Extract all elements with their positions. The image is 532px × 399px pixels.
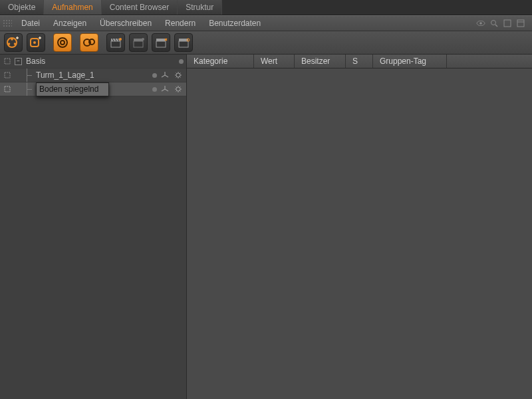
menubar: Datei Anzeigen Überschreiben Rendern Ben… bbox=[0, 15, 532, 31]
menu-benutzerdaten[interactable]: Benutzerdaten bbox=[202, 16, 267, 31]
svg-rect-30 bbox=[5, 59, 10, 64]
rename-input[interactable]: Boden spiegelnd bbox=[36, 82, 109, 96]
svg-line-2 bbox=[495, 25, 497, 27]
main-area: − Basis Turm_1_Lage_1 bbox=[0, 55, 532, 399]
row-focus-icon bbox=[3, 72, 12, 78]
svg-point-0 bbox=[479, 22, 482, 25]
tree-row-basis[interactable]: − Basis bbox=[0, 55, 186, 68]
tree-row-turm[interactable]: Turm_1_Lage_1 bbox=[0, 68, 186, 82]
tree-branch-icon bbox=[24, 82, 33, 96]
col-spacer bbox=[447, 55, 532, 68]
col-gruppen-tag[interactable]: Gruppen-Tag bbox=[373, 55, 447, 68]
tool-clap-2[interactable] bbox=[129, 33, 148, 52]
window-split-icon[interactable] bbox=[516, 19, 525, 28]
menu-rendern[interactable]: Rendern bbox=[158, 16, 202, 31]
search-icon[interactable] bbox=[489, 19, 499, 28]
tree-branch-icon bbox=[24, 68, 33, 82]
col-s[interactable]: S bbox=[346, 55, 373, 68]
status-dot-icon bbox=[152, 73, 157, 78]
tool-clap-1[interactable] bbox=[106, 33, 125, 52]
panel-tabs: Objekte Aufnahmen Content Browser Strukt… bbox=[0, 0, 532, 15]
property-grid: Kategorie Wert Besitzer S Gruppen-Tag bbox=[187, 55, 532, 399]
tab-objekte[interactable]: Objekte bbox=[0, 0, 44, 15]
svg-point-8 bbox=[14, 43, 17, 45]
grid-body[interactable] bbox=[187, 68, 532, 399]
svg-point-12 bbox=[58, 38, 67, 47]
col-kategorie[interactable]: Kategorie bbox=[187, 55, 254, 68]
row-focus-icon bbox=[3, 58, 12, 65]
tab-content-browser[interactable]: Content Browser bbox=[102, 0, 178, 15]
tool-reel-plus-1[interactable] bbox=[4, 33, 23, 52]
tree-label-turm: Turm_1_Lage_1 bbox=[36, 70, 150, 80]
status-dot-icon bbox=[152, 87, 157, 92]
window-box-icon[interactable] bbox=[503, 19, 512, 28]
tree-row-editing[interactable]: Boden spiegelnd bbox=[0, 82, 186, 96]
svg-point-21 bbox=[119, 38, 122, 41]
svg-rect-26 bbox=[156, 39, 166, 41]
svg-point-7 bbox=[11, 38, 13, 41]
tool-target-orange[interactable] bbox=[53, 33, 72, 52]
svg-rect-31 bbox=[5, 72, 10, 78]
svg-point-11 bbox=[33, 41, 36, 44]
svg-rect-4 bbox=[517, 20, 524, 27]
tool-clap-4[interactable] bbox=[174, 33, 193, 52]
svg-rect-33 bbox=[5, 86, 10, 92]
grip-handle[interactable] bbox=[3, 19, 12, 27]
svg-rect-22 bbox=[134, 41, 143, 47]
toolbar bbox=[0, 31, 532, 55]
tool-clap-3[interactable] bbox=[152, 33, 170, 52]
gear-icon[interactable] bbox=[173, 84, 184, 94]
svg-rect-23 bbox=[134, 39, 143, 41]
tab-struktur[interactable]: Struktur bbox=[178, 0, 222, 15]
tool-reel-plus-2[interactable] bbox=[27, 33, 45, 52]
svg-point-24 bbox=[142, 38, 144, 41]
status-dot-icon bbox=[179, 59, 184, 64]
col-wert[interactable]: Wert bbox=[254, 55, 295, 68]
axis-icon[interactable] bbox=[160, 70, 170, 80]
svg-rect-27 bbox=[179, 41, 188, 47]
svg-rect-25 bbox=[156, 41, 166, 47]
grid-header: Kategorie Wert Besitzer S Gruppen-Tag bbox=[187, 55, 532, 68]
tab-aufnahmen[interactable]: Aufnahmen bbox=[44, 0, 101, 15]
svg-rect-16 bbox=[111, 41, 120, 47]
menu-anzeigen[interactable]: Anzeigen bbox=[47, 16, 93, 31]
eye-icon[interactable] bbox=[476, 19, 485, 28]
take-tree: − Basis Turm_1_Lage_1 bbox=[0, 55, 187, 399]
menu-ueberschreiben[interactable]: Überschreiben bbox=[93, 16, 158, 31]
row-focus-icon bbox=[3, 86, 12, 92]
col-besitzer[interactable]: Besitzer bbox=[295, 55, 346, 68]
axis-icon[interactable] bbox=[160, 84, 170, 94]
svg-rect-3 bbox=[504, 20, 511, 27]
svg-point-9 bbox=[8, 43, 11, 45]
svg-point-1 bbox=[491, 21, 496, 25]
svg-point-13 bbox=[61, 41, 65, 45]
gear-icon[interactable] bbox=[173, 70, 184, 80]
expander-minus-icon[interactable]: − bbox=[15, 58, 22, 65]
menu-datei[interactable]: Datei bbox=[15, 16, 47, 31]
tree-label-basis: Basis bbox=[26, 57, 176, 66]
tool-peanut[interactable] bbox=[80, 33, 98, 52]
